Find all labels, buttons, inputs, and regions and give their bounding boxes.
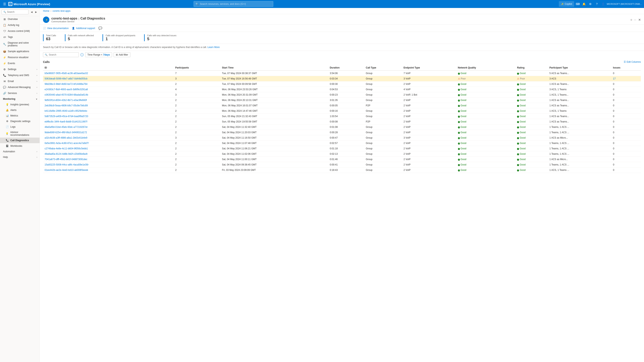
sidebar-item-logs[interactable]: 📄 Logs xyxy=(0,124,40,130)
cell-network-quality: ✓ Good xyxy=(456,82,516,87)
info-icon[interactable]: i xyxy=(80,53,84,56)
call-id-link[interactable]: a32c4b38-a3ff-4886-a8a1-2b63c61b4e9 xyxy=(44,136,87,139)
sidebar-item-help[interactable]: Help › xyxy=(0,154,40,160)
sidebar-item-insights[interactable]: 💡 Insights (preview) xyxy=(0,102,40,107)
call-id-link[interactable]: e24363c7-fbbf-4693-aac6-3d6f9c0291a8 xyxy=(44,88,88,91)
sidebar-item-advanced-msg[interactable]: 💬 Advanced Messaging › xyxy=(0,84,40,90)
call-id-link[interactable]: 7041a673-dfff-45b1-b61f-048873091dec xyxy=(44,158,87,161)
cell-endpoint-type: 2 VoIP xyxy=(402,162,456,167)
more-options[interactable]: ··· xyxy=(634,18,636,21)
cell-rating: ✓ Good xyxy=(516,92,548,98)
help-icon[interactable]: ? xyxy=(594,1,600,7)
call-id-link[interactable]: 9d503f1d-d004-42b2-8b71-e0ac9fe660f xyxy=(44,99,87,102)
cell-issues: 17 xyxy=(611,76,641,82)
cell-participants: 3 xyxy=(174,92,220,98)
settings-icon[interactable]: ⚙ xyxy=(588,1,593,7)
cell-duration: 0:00:41 xyxy=(328,162,364,167)
call-id-link[interactable]: 5d873529-a409-45ce-87d4-baa0f9a5720 xyxy=(44,115,88,118)
edit-columns-button[interactable]: ☰ Edit Columns xyxy=(624,61,641,63)
cell-call-type: Group xyxy=(364,162,402,167)
table-row: 01ee442b-ae2e-4ee0-bd10-ab008f3eeek 2 Fr… xyxy=(43,167,641,173)
sidebar-item-metrics[interactable]: 📊 Metrics xyxy=(0,113,40,119)
sidebar-item-telephony[interactable]: 📞 Telephony and SMS › xyxy=(0,72,40,78)
sidebar-item-diagnose[interactable]: 🔧 Diagnose and solve problems xyxy=(0,40,40,48)
sidebar-item-access-control[interactable]: 🛡 Access control (IAM) xyxy=(0,28,40,34)
cell-duration: 0:00:05 xyxy=(328,103,364,108)
sidebar-item-workbooks[interactable]: 📓 Workbooks xyxy=(0,143,40,149)
call-id-link[interactable]: c2749aba-4e8e-4c11-b604-9f056c5ebb1 xyxy=(44,147,88,150)
sidebar-item-sample-apps[interactable]: 📦 Sample applications xyxy=(0,48,40,54)
cell-participants: 2 xyxy=(174,151,220,157)
cell-participants: 2 xyxy=(174,157,220,162)
expand-icon[interactable]: ▶ xyxy=(34,10,38,14)
view-docs-link[interactable]: 📄 View documentation xyxy=(43,27,69,30)
sidebar-search-input[interactable] xyxy=(7,11,27,13)
add-filter-button[interactable]: ⊞ Add filter xyxy=(114,52,130,57)
favorite-star[interactable]: ★ xyxy=(630,18,633,22)
close-button[interactable]: ✕ xyxy=(638,18,641,22)
global-search-input[interactable] xyxy=(200,3,272,5)
call-id-link[interactable]: b5e96007-5f05-45d0-ac36-a63aee6ac02 xyxy=(44,72,88,75)
feedback-icon[interactable]: 💬 xyxy=(98,26,102,30)
call-id-link[interactable]: 48a8ad0a-8124-4d8b-9d2f-c20d56e8a4t xyxy=(44,153,88,155)
sidebar-item-advisor[interactable]: 💡 Advisor recommendations xyxy=(0,130,40,138)
cloud-shell-icon[interactable]: ⌨ xyxy=(575,1,580,7)
learn-more-link[interactable]: Learn More xyxy=(207,46,220,49)
cell-issues: 0 xyxy=(611,135,641,141)
additional-support-icon: 👤 xyxy=(72,27,75,30)
cell-participants: 2 xyxy=(174,167,220,173)
call-id-link[interactable]: 98d28bc3-9bbf-4b60-be72-bf14488a764 xyxy=(44,83,88,85)
sidebar-item-resource-viz[interactable]: ⚡ Resource visualizer xyxy=(0,54,40,60)
call-id-link[interactable]: 0e5e3991-fa3a-4c80-87e1-acec4a7a9d7f xyxy=(44,142,88,145)
hamburger-menu[interactable]: ☰ xyxy=(2,2,7,7)
sidebar-item-services[interactable]: 🔗 Services › xyxy=(0,90,40,96)
activity-log-icon: 📋 xyxy=(3,24,6,27)
sidebar-item-email[interactable]: ✉ Email › xyxy=(0,78,40,84)
cell-participant-type: 1 ACS as Micro... xyxy=(548,157,611,162)
additional-support-link[interactable]: 👤 Additional support xyxy=(72,27,95,30)
sidebar-item-call-diagnostics[interactable]: 📞 Call Diagnostics xyxy=(0,138,40,143)
sidebar-item-diag-settings[interactable]: ⚙ Diagnostic settings xyxy=(0,119,40,124)
sidebar-diagnose-label: Diagnose and solve problems xyxy=(8,42,37,47)
sidebar-advanced-msg-label: Advanced Messaging xyxy=(8,86,31,89)
col-endpoint-type: Endpoint Type xyxy=(402,65,456,71)
sidebar-item-activity-log[interactable]: 📋 Activity log xyxy=(0,22,40,28)
table-row: ebffbc8c-34f4-4ae8-8dd8-01d41511997f 2 S… xyxy=(43,119,641,124)
call-id-link[interactable]: b4116d9e-2995-4640-a1d9-c9529d4ebc xyxy=(44,110,87,112)
call-id-link[interactable]: 5063dea8-5099-48e7-a6b7-0d44b055cb xyxy=(44,77,88,80)
sidebar-item-alerts[interactable]: 🔔 Alerts xyxy=(0,107,40,113)
sidebar-search-box[interactable]: 🔍 xyxy=(2,10,28,14)
call-id-link[interactable]: ebffbc8c-34f4-4ae8-8dd8-01d41511997f xyxy=(44,120,87,123)
notifications-icon[interactable]: 🔔 xyxy=(581,1,587,7)
sidebar-item-events[interactable]: ⚡ Events xyxy=(0,60,40,66)
page-name: Call Diagnostics xyxy=(80,17,105,20)
calls-search-input[interactable] xyxy=(49,53,77,56)
cell-endpoint-type: 2 VoIP xyxy=(402,98,456,103)
call-id-link[interactable]: 01ee442b-ae2e-4ee0-bd10-ab008f3eeek xyxy=(44,169,88,171)
call-id-link[interactable]: 48a5af9d-01bd-45eb-93dc-a77219267et xyxy=(44,126,88,128)
sidebar-metrics-label: Metrics xyxy=(10,114,18,117)
collapse-icon[interactable]: ◀ xyxy=(30,10,34,14)
cell-id: 5063dea8-5099-48e7-a6b7-0d44b055cb xyxy=(43,76,174,82)
cell-issues: 0 xyxy=(611,167,641,173)
calls-search-icon: 🔍 xyxy=(45,54,48,56)
calls-search-box[interactable]: 🔍 xyxy=(43,52,79,57)
sidebar-item-monitoring[interactable]: Monitoring ∨ xyxy=(0,96,40,102)
cell-participant-type: 1 Teams, 1 ACS ... xyxy=(548,146,611,151)
sidebar-item-automation[interactable]: Automation › xyxy=(0,149,40,154)
call-id-link[interactable]: 9dde606f-6254-4f6f-8fa3-34f49531d172 xyxy=(44,131,87,134)
global-search-box[interactable]: 🔍 xyxy=(194,1,273,7)
call-id-link[interactable]: 15a93225-5008-44cc-a8fc-4aca58e1e30r xyxy=(44,163,88,166)
diag-settings-icon: ⚙ xyxy=(6,120,9,123)
account-icon[interactable]: 👤 xyxy=(600,1,606,7)
sidebar-item-overview[interactable]: ⊞ Overview xyxy=(0,16,40,22)
copilot-button[interactable]: ✨ Copilot xyxy=(559,1,574,7)
sidebar-item-tags[interactable]: 🏷 Tags xyxy=(0,34,40,40)
call-id-link[interactable]: 2eb3fdc8-5eaa-4806-b9c7-05c8e7b6c89 xyxy=(44,104,88,107)
time-range-button[interactable]: Time Range < 7days xyxy=(85,52,112,57)
sidebar-item-settings[interactable]: ⚙ Settings › xyxy=(0,66,40,72)
call-id-link[interactable]: c0635440-afad-4570-8284-68ada0a614b xyxy=(44,93,88,96)
breadcrumb-resource[interactable]: corertc-test-apps xyxy=(52,10,70,12)
breadcrumb-home[interactable]: Home xyxy=(43,10,49,12)
cell-participant-type: 1 ACS, 1 Teams... xyxy=(548,92,611,98)
